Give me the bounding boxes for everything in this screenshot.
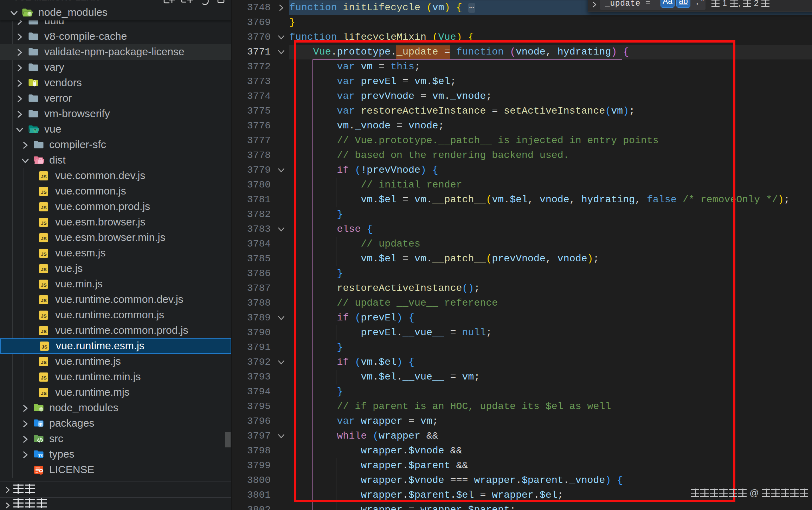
svg-text:TS: TS bbox=[38, 454, 43, 458]
svg-text:JS: JS bbox=[41, 267, 47, 272]
svg-text:JS: JS bbox=[41, 205, 47, 210]
svg-text:JS: JS bbox=[41, 391, 47, 396]
svg-text:JS: JS bbox=[41, 251, 47, 257]
svg-text:JS: JS bbox=[41, 344, 47, 350]
svg-text:JS: JS bbox=[41, 174, 47, 179]
svg-text:JS: JS bbox=[41, 329, 47, 334]
svg-text:JS: JS bbox=[41, 282, 47, 288]
svg-text:JS: JS bbox=[41, 221, 47, 226]
svg-text:JS: JS bbox=[41, 360, 47, 365]
svg-text:JS: JS bbox=[41, 375, 47, 381]
svg-text:JS: JS bbox=[41, 190, 47, 195]
svg-text:JS: JS bbox=[41, 298, 47, 303]
svg-text:JS: JS bbox=[41, 236, 47, 241]
svg-text:JS: JS bbox=[41, 313, 47, 319]
